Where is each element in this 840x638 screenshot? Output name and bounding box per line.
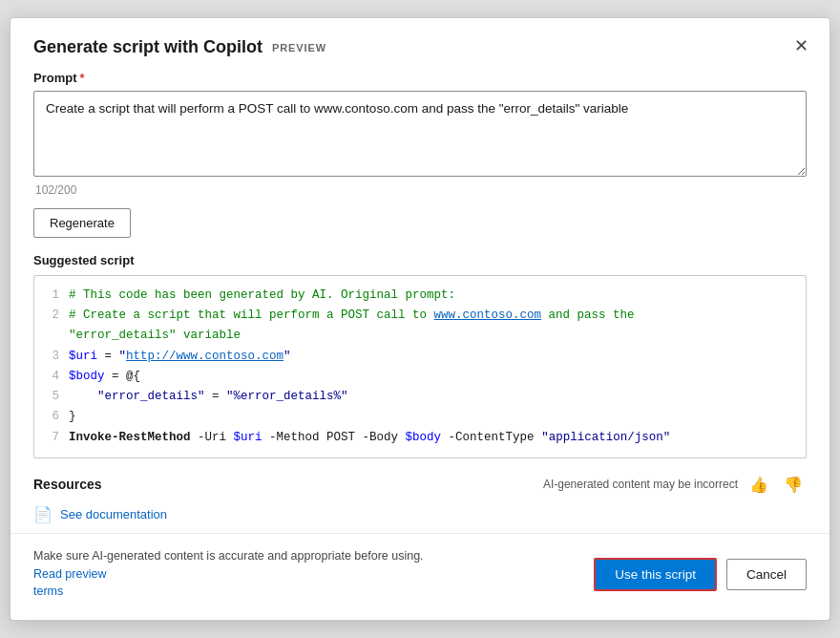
close-button[interactable]: ✕ xyxy=(790,33,812,58)
dialog-body: Prompt * Create a script that will perfo… xyxy=(10,71,830,523)
code-line-3: 3 $uri = "http://www.contoso.com" xyxy=(46,347,794,367)
prompt-section: Prompt * Create a script that will perfo… xyxy=(33,71,807,197)
code-line-4: 4 $body = @{ xyxy=(46,367,794,387)
document-icon: 📄 xyxy=(33,505,52,523)
generate-script-dialog: Generate script with Copilot PREVIEW ✕ P… xyxy=(10,17,830,621)
footer-actions: Use this script Cancel xyxy=(594,558,807,591)
required-indicator: * xyxy=(80,71,85,85)
footer-note: Make sure AI-generated content is accura… xyxy=(33,547,453,601)
char-count: 102/200 xyxy=(33,180,807,197)
code-line-2: 2 # Create a script that will perform a … xyxy=(46,306,794,326)
resources-header: Resources AI-generated content may be in… xyxy=(33,474,807,496)
prompt-textarea[interactable]: Create a script that will perform a POST… xyxy=(33,91,807,177)
dialog-title: Generate script with Copilot xyxy=(33,37,262,57)
dialog-footer: Make sure AI-generated content is accura… xyxy=(10,533,830,620)
code-line-1: 1 # This code has been generated by AI. … xyxy=(46,286,794,306)
code-line-6: 6 } xyxy=(46,407,794,427)
code-line-7: 7 Invoke-RestMethod -Uri $uri -Method PO… xyxy=(46,428,794,448)
terms-link[interactable]: terms xyxy=(33,585,63,598)
dialog-header: Generate script with Copilot PREVIEW ✕ xyxy=(10,18,830,71)
thumbs-down-button[interactable]: 👎 xyxy=(780,474,807,496)
resource-link-row: 📄 See documentation xyxy=(33,505,807,523)
preview-badge: PREVIEW xyxy=(272,42,326,53)
read-preview-link[interactable]: Read preview xyxy=(33,567,106,581)
cancel-button[interactable]: Cancel xyxy=(726,559,807,590)
thumbs-up-button[interactable]: 👍 xyxy=(746,474,772,496)
code-line-5: 5 "error_details" = "%error_details%" xyxy=(46,387,794,407)
regenerate-button[interactable]: Regenerate xyxy=(33,208,131,238)
suggested-script-label: Suggested script xyxy=(33,253,807,267)
ai-note: AI-generated content may be incorrect 👍 … xyxy=(543,474,807,496)
contoso-link-3[interactable]: http://www.contoso.com xyxy=(126,350,284,363)
prompt-label: Prompt * xyxy=(33,71,807,85)
use-this-script-button[interactable]: Use this script xyxy=(594,558,717,591)
resources-section: Resources AI-generated content may be in… xyxy=(33,458,807,523)
contoso-link-2[interactable]: www.contoso.com xyxy=(434,308,542,322)
code-box: 1 # This code has been generated by AI. … xyxy=(33,275,807,458)
see-documentation-link[interactable]: See documentation xyxy=(60,507,167,521)
code-line-2b: "error_details" variable xyxy=(46,326,794,346)
resources-title: Resources xyxy=(33,477,102,492)
